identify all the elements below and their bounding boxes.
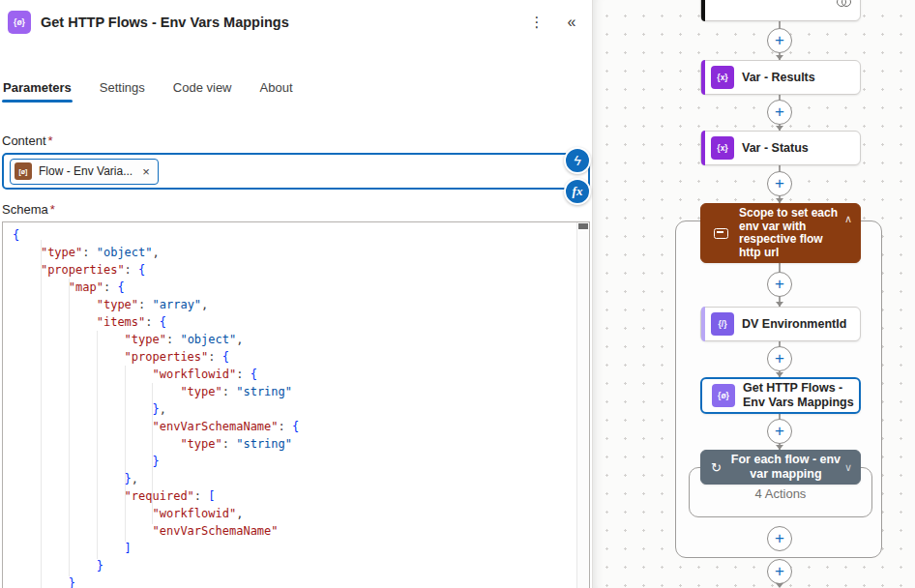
node-label: Get HTTP Flows - Env Vars Mappings <box>743 381 859 410</box>
connector: + <box>767 558 792 588</box>
insert-action-button[interactable]: + <box>767 100 792 125</box>
trigger-accent-bar <box>701 0 705 21</box>
insert-action-button[interactable]: + <box>767 526 792 551</box>
accent-bar <box>701 131 705 165</box>
code-line: "type": "string" <box>13 435 589 453</box>
trigger-card[interactable] <box>700 0 861 21</box>
panel-title: Get HTTP Flows - Env Vars Mappings <box>41 15 515 30</box>
node-var-results[interactable]: {x} Var - Results <box>700 60 861 95</box>
accent-bar <box>701 307 705 341</box>
tab-settings[interactable]: Settings <box>99 74 146 103</box>
code-line: "items": { <box>13 313 589 331</box>
insert-action-button[interactable]: + <box>767 171 792 196</box>
code-line: "type": "array", <box>13 296 589 313</box>
dynamic-content-button[interactable]: ϟ <box>564 147 591 174</box>
lightning-icon: ϟ <box>574 153 580 168</box>
scope-icon <box>714 228 728 239</box>
parse-json-action-icon: {ø} <box>712 384 735 407</box>
tab-parameters[interactable]: Parameters <box>2 74 73 103</box>
accent-bar <box>701 60 705 95</box>
code-line: } <box>13 574 589 588</box>
tab-code-view[interactable]: Code view <box>172 74 233 103</box>
insert-action-button[interactable]: + <box>767 559 792 584</box>
required-mark: * <box>48 133 53 148</box>
connector: + <box>767 21 792 60</box>
fx-icon: fx <box>573 184 583 199</box>
token-label: Flow - Env Varia... <box>39 164 133 178</box>
chevron-up-icon[interactable]: ∧ <box>844 213 852 225</box>
code-line: "workflowid": { <box>13 366 589 383</box>
node-dv-environmentid[interactable]: {/} DV EnvironmentId <box>700 307 861 341</box>
code-line: } <box>13 453 589 470</box>
insert-action-button[interactable]: + <box>767 28 792 53</box>
code-line: "type": "object", <box>13 331 589 348</box>
tab-about[interactable]: About <box>259 74 294 103</box>
connector: + <box>767 414 792 450</box>
remove-token-icon[interactable]: × <box>142 164 150 179</box>
code-line: "envVarSchemaName" <box>13 522 589 540</box>
panel-header: {ø} Get HTTP Flows - Env Vars Mappings ⋮… <box>0 0 592 35</box>
insert-action-button[interactable]: + <box>767 272 792 297</box>
collapse-panel-icon[interactable]: « <box>559 10 584 35</box>
expression-buttons: ϟ fx <box>564 147 591 205</box>
node-for-each[interactable]: ↻ For each flow - env var mapping ∨ <box>700 450 861 485</box>
node-var-status[interactable]: {x} Var - Status <box>700 131 861 165</box>
code-line: "envVarSchemaName": { <box>13 418 589 435</box>
foreach-actions-count: 4 Actions <box>700 486 861 501</box>
node-get-http-flows-selected[interactable]: {ø} Get HTTP Flows - Env Vars Mappings <box>700 377 861 414</box>
insert-action-button[interactable]: + <box>767 346 792 371</box>
insert-action-button[interactable]: + <box>767 419 792 444</box>
arrowhead-icon <box>776 583 783 588</box>
schema-field-label: Schema* <box>2 202 590 217</box>
content-input[interactable]: [ø] Flow - Env Varia... × ϟ fx <box>2 153 590 190</box>
expression-fx-button[interactable]: fx <box>564 178 591 205</box>
compose-icon: {/} <box>711 312 734 336</box>
link-icon <box>837 0 850 6</box>
code-line: }, <box>13 470 589 487</box>
code-line: }, <box>13 400 589 418</box>
code-line: "required": [ <box>13 487 589 505</box>
panel-tabs: Parameters Settings Code view About <box>0 74 592 103</box>
code-line: "properties": { <box>13 261 589 279</box>
dynamic-content-token[interactable]: [ø] Flow - Env Varia... × <box>10 159 159 185</box>
code-line: "type": "object", <box>13 244 589 261</box>
content-field-label: Content* <box>2 133 590 148</box>
editor-scrollbar[interactable] <box>576 222 589 588</box>
variable-icon: {x} <box>711 66 734 89</box>
connector: + <box>767 263 792 307</box>
connector: + <box>767 95 792 131</box>
code-line: { <box>13 226 589 244</box>
more-options-icon[interactable]: ⋮ <box>524 10 549 35</box>
node-label: Var - Results <box>742 71 819 85</box>
node-label: Scope to set each env var with respectiv… <box>739 207 843 259</box>
connector: + <box>767 341 792 377</box>
parse-json-action-icon: {ø} <box>8 11 31 34</box>
action-details-panel: {ø} Get HTTP Flows - Env Vars Mappings ⋮… <box>0 0 593 588</box>
power-automate-designer: {ø} Get HTTP Flows - Env Vars Mappings ⋮… <box>0 0 915 588</box>
code-line: "workflowid", <box>13 505 589 522</box>
node-label: For each flow - env var mapping <box>723 453 860 482</box>
connector: + <box>767 165 792 203</box>
code-line: "type": "string" <box>13 383 589 400</box>
loop-icon: ↻ <box>711 460 722 475</box>
chevron-down-icon[interactable]: ∨ <box>844 461 852 474</box>
flow-output-token-icon: [ø] <box>15 162 32 180</box>
schema-editor-code[interactable]: { "type": "object", "properties": { "map… <box>3 222 589 588</box>
node-label: Var - Status <box>742 141 812 156</box>
variable-icon: {x} <box>711 136 734 160</box>
schema-editor[interactable]: { "type": "object", "properties": { "map… <box>2 221 590 588</box>
code-line: } <box>13 557 589 574</box>
node-scope[interactable]: Scope to set each env var with respectiv… <box>700 203 861 263</box>
editor-scrollbar-thumb[interactable] <box>578 223 588 229</box>
connector: + <box>767 526 792 551</box>
code-line: "properties": { <box>13 348 589 366</box>
code-line: ] <box>13 540 589 557</box>
flow-canvas[interactable]: {x} Var - Results {x} Var - Status Scope… <box>593 0 915 588</box>
node-label: DV EnvironmentId <box>742 317 850 332</box>
code-line: "map": { <box>13 279 589 296</box>
required-mark: * <box>50 202 55 217</box>
